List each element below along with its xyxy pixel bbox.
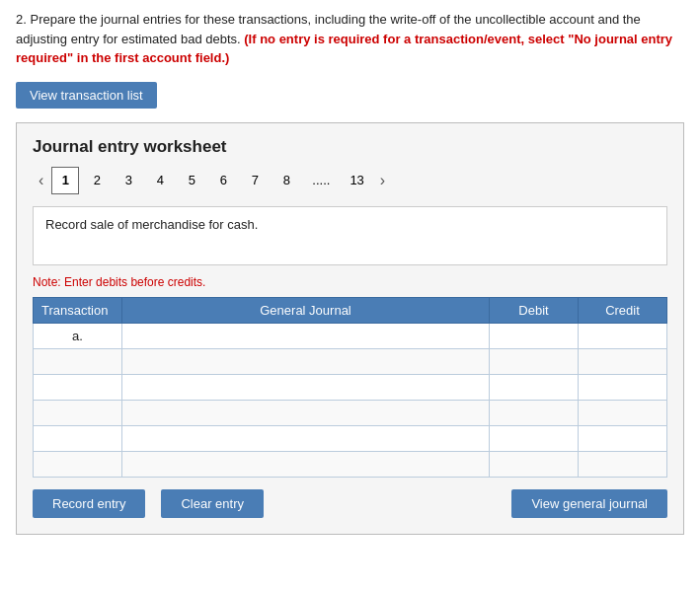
table-row — [34, 374, 667, 400]
page-button-2[interactable]: 2 — [83, 167, 111, 194]
next-page-button[interactable]: › — [374, 170, 391, 191]
table-row: a. — [34, 323, 667, 348]
credit-input-6[interactable] — [579, 452, 666, 477]
credit-input-4[interactable] — [579, 401, 666, 425]
instruction-text: 2. Prepare the journal entries for these… — [16, 10, 684, 68]
instruction-number: 2. — [16, 12, 27, 27]
action-buttons: Record entry Clear entry View general jo… — [33, 489, 667, 518]
page-button-7[interactable]: 7 — [241, 167, 269, 194]
journal-input-5[interactable] — [122, 426, 489, 451]
col-header-credit: Credit — [579, 297, 667, 323]
journal-input-6[interactable] — [122, 452, 489, 477]
debit-input-3[interactable] — [490, 375, 578, 400]
row-debit-3[interactable] — [490, 374, 579, 400]
debit-input-4[interactable] — [490, 401, 578, 425]
row-credit-1[interactable] — [579, 323, 667, 348]
credit-input-5[interactable] — [579, 426, 666, 451]
row-credit-4[interactable] — [579, 400, 667, 425]
worksheet-title: Journal entry worksheet — [33, 137, 667, 157]
clear-entry-button[interactable]: Clear entry — [161, 489, 264, 518]
debit-input-5[interactable] — [490, 426, 578, 451]
page-button-3[interactable]: 3 — [115, 167, 142, 194]
page-button-1[interactable]: 1 — [51, 167, 79, 194]
view-transaction-button[interactable]: View transaction list — [16, 82, 157, 109]
debit-input-1[interactable] — [490, 324, 578, 348]
row-label-2 — [34, 348, 122, 374]
table-row — [34, 451, 667, 477]
row-journal-5[interactable] — [122, 425, 490, 451]
page-navigation: ‹ 1 2 3 4 5 6 7 8 ..... 13 › — [33, 167, 667, 194]
row-journal-1[interactable] — [122, 323, 490, 348]
prev-page-button[interactable]: ‹ — [33, 170, 49, 191]
page-button-13[interactable]: 13 — [342, 167, 371, 194]
row-journal-2[interactable] — [122, 348, 490, 374]
table-row — [34, 348, 667, 374]
note-text: Note: Enter debits before credits. — [33, 275, 667, 289]
journal-table: Transaction General Journal Debit Credit… — [33, 297, 667, 478]
col-header-general-journal: General Journal — [122, 297, 490, 323]
row-label-6 — [34, 451, 122, 477]
col-header-transaction: Transaction — [34, 297, 122, 323]
journal-input-2[interactable] — [122, 349, 489, 374]
page-button-5[interactable]: 5 — [178, 167, 205, 194]
row-journal-3[interactable] — [122, 374, 490, 400]
row-label-1: a. — [34, 323, 122, 348]
row-debit-2[interactable] — [490, 348, 579, 374]
col-header-debit: Debit — [490, 297, 579, 323]
debit-input-2[interactable] — [490, 349, 578, 374]
journal-input-3[interactable] — [122, 375, 489, 400]
transaction-description: Record sale of merchandise for cash. — [33, 206, 667, 265]
table-row — [34, 425, 667, 451]
table-row — [34, 400, 667, 425]
journal-input-1[interactable] — [122, 324, 489, 348]
worksheet-container: Journal entry worksheet ‹ 1 2 3 4 5 6 7 … — [16, 122, 684, 535]
credit-input-3[interactable] — [579, 375, 666, 400]
row-label-5 — [34, 425, 122, 451]
credit-input-1[interactable] — [579, 324, 666, 348]
debit-input-6[interactable] — [490, 452, 578, 477]
row-debit-4[interactable] — [490, 400, 579, 425]
page-button-4[interactable]: 4 — [146, 167, 174, 194]
journal-input-4[interactable] — [122, 401, 489, 425]
credit-input-2[interactable] — [579, 349, 666, 374]
row-debit-1[interactable] — [490, 323, 579, 348]
page-button-8[interactable]: 8 — [272, 167, 300, 194]
row-credit-3[interactable] — [579, 374, 667, 400]
page-button-6[interactable]: 6 — [209, 167, 237, 194]
row-credit-5[interactable] — [579, 425, 667, 451]
row-journal-6[interactable] — [122, 451, 490, 477]
row-credit-6[interactable] — [579, 451, 667, 477]
page-ellipsis: ..... — [304, 167, 338, 194]
record-entry-button[interactable]: Record entry — [33, 489, 145, 518]
row-credit-2[interactable] — [579, 348, 667, 374]
row-journal-4[interactable] — [122, 400, 490, 425]
row-label-4 — [34, 400, 122, 425]
row-debit-5[interactable] — [490, 425, 579, 451]
view-general-journal-button[interactable]: View general journal — [511, 489, 667, 518]
row-label-3 — [34, 374, 122, 400]
row-debit-6[interactable] — [490, 451, 579, 477]
